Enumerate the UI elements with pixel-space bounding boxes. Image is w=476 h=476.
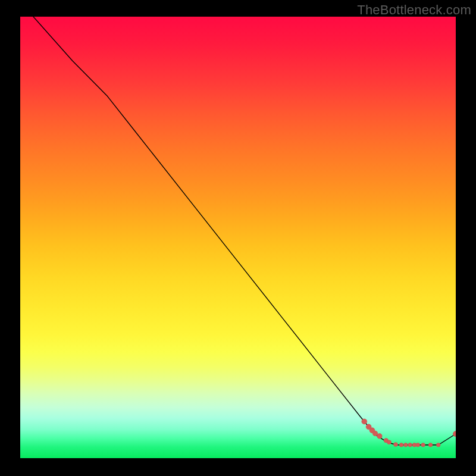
chart-svg — [20, 17, 456, 458]
bottleneck-curve — [33, 17, 456, 445]
data-point — [404, 443, 408, 447]
data-point — [416, 443, 420, 447]
watermark-text: TheBottleneck.com — [357, 2, 471, 18]
chart-frame: TheBottleneck.com — [0, 0, 476, 476]
data-point — [393, 443, 397, 447]
data-point — [428, 443, 433, 447]
data-point — [436, 443, 440, 447]
data-point — [362, 419, 367, 424]
plot-area — [20, 17, 456, 458]
data-point — [387, 440, 392, 444]
data-point — [377, 434, 383, 439]
data-point — [408, 443, 412, 447]
data-point — [421, 443, 425, 447]
data-point — [399, 443, 403, 447]
